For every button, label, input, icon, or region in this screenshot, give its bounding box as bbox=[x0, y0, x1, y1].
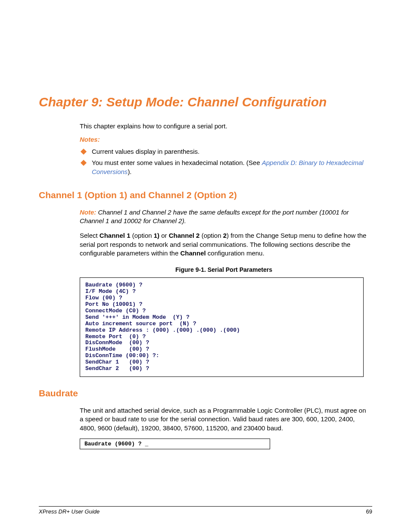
page: Chapter 9: Setup Mode: Channel Configura… bbox=[0, 0, 411, 532]
section-heading-channels: Channel 1 (Option 1) and Channel 2 (Opti… bbox=[39, 190, 372, 200]
diamond-icon bbox=[81, 160, 87, 166]
page-number: 69 bbox=[366, 508, 372, 515]
bold-span: Channel 1 bbox=[100, 232, 131, 239]
note-paragraph: Note: Channel 1 and Channel 2 have the s… bbox=[80, 208, 368, 226]
note-body: Channel 1 and Channel 2 have the same de… bbox=[80, 208, 349, 224]
intro-block: This chapter explains how to configure a… bbox=[80, 122, 368, 179]
text-span: Select bbox=[80, 232, 100, 239]
bullet-text: Current values display in parenthesis. bbox=[92, 147, 199, 156]
text-span: (option bbox=[131, 232, 154, 239]
section1-body: Note: Channel 1 and Channel 2 have the s… bbox=[80, 208, 368, 277]
bold-span: 2 bbox=[223, 232, 227, 239]
text-span: ). bbox=[128, 168, 131, 175]
intro-text: This chapter explains how to configure a… bbox=[80, 122, 368, 130]
select-paragraph: Select Channel 1 (option 1) or Channel 2… bbox=[80, 231, 368, 258]
baudrate-prompt-box: Baudrate (9600) ? _ bbox=[80, 439, 270, 449]
page-footer: XPress DR+ User Guide 69 bbox=[39, 506, 372, 515]
figure-caption: Figure 9-1. Serial Port Parameters bbox=[80, 266, 368, 273]
text-span: or bbox=[159, 232, 169, 239]
notes-label: Notes: bbox=[80, 136, 368, 143]
bold-span: Channel bbox=[180, 249, 206, 257]
baudrate-body: The unit and attached serial device, suc… bbox=[80, 406, 368, 439]
diamond-icon bbox=[81, 149, 87, 155]
text-span: (option bbox=[199, 232, 223, 239]
bold-span: Channel 2 bbox=[169, 232, 200, 239]
bold-span: 1) bbox=[154, 232, 159, 239]
baudrate-paragraph: The unit and attached serial device, suc… bbox=[80, 406, 368, 432]
bullet-item: Current values display in parenthesis. bbox=[80, 147, 368, 156]
serial-port-parameters-box: Baudrate (9600) ? I/F Mode (4C) ? Flow (… bbox=[80, 277, 364, 377]
chapter-title: Chapter 9: Setup Mode: Channel Configura… bbox=[39, 95, 372, 109]
bullet-text: You must enter some values in hexadecima… bbox=[92, 159, 368, 176]
text-span: You must enter some values in hexadecima… bbox=[92, 159, 262, 166]
footer-title: XPress DR+ User Guide bbox=[39, 508, 100, 515]
section-heading-baudrate: Baudrate bbox=[39, 388, 372, 398]
bullet-item: You must enter some values in hexadecima… bbox=[80, 159, 368, 176]
text-span: configuration menu. bbox=[206, 249, 265, 257]
note-label: Note: bbox=[80, 208, 96, 216]
